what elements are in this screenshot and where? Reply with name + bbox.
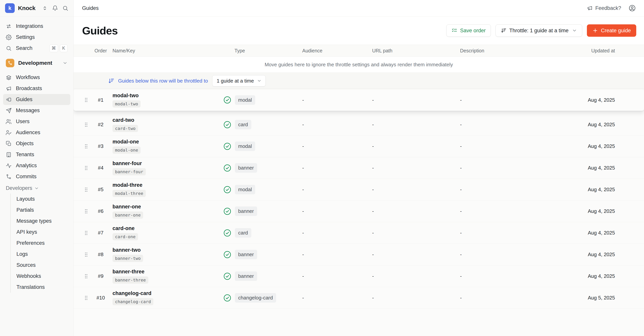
guides-icon (6, 97, 12, 102)
save-order-button[interactable]: Save order (446, 24, 491, 37)
guide-name-link[interactable]: modal-one (112, 139, 139, 145)
sidebar-subitem[interactable]: Logs (11, 249, 70, 260)
sidebar-subitem[interactable]: Sources (11, 260, 70, 271)
table-row[interactable]: #4 banner-four banner-four banner - - - … (74, 157, 644, 179)
drag-handle-icon[interactable] (84, 122, 89, 128)
chevron-down-icon (62, 60, 68, 66)
guide-order: #10 (93, 295, 108, 301)
sidebar-subitem-label: Message types (16, 218, 52, 224)
status-check-icon (223, 251, 232, 259)
drag-handle-icon[interactable] (84, 187, 89, 192)
guide-audience: - (295, 230, 364, 236)
feedback-button[interactable]: Feedback? (587, 5, 621, 11)
sidebar-item-messages[interactable]: Messages (3, 105, 70, 116)
sidebar-item-users[interactable]: Users (3, 116, 70, 127)
sidebar-item-audiences[interactable]: Audiences (3, 127, 70, 138)
drag-handle-icon[interactable] (84, 230, 89, 236)
guide-name-link[interactable]: banner-four (112, 161, 142, 167)
guide-order: #4 (93, 165, 108, 171)
guide-order: #2 (93, 122, 108, 128)
table-row[interactable]: #8 banner-two banner-two banner - - - Au… (74, 244, 644, 265)
table-row[interactable]: #1 modal-two modal-two modal - - - Aug 4… (74, 89, 644, 111)
sidebar-item-analytics[interactable]: Analytics (3, 160, 70, 171)
account-switcher-icon[interactable] (42, 5, 48, 11)
sidebar-subitem[interactable]: Translations (11, 282, 70, 293)
sidebar-item-integrations[interactable]: Integrations (3, 21, 70, 32)
workflows-icon (6, 75, 12, 80)
guides-table: Order Name/Key Type Audience URL path De… (74, 45, 644, 336)
drag-handle-icon[interactable] (84, 97, 89, 103)
environment-switcher[interactable]: Development (3, 57, 70, 69)
guide-name-link[interactable]: banner-one (112, 204, 141, 210)
guide-type-badge: card (235, 120, 251, 129)
guide-name-link[interactable]: modal-two (112, 93, 139, 99)
notifications-bell-icon[interactable] (52, 5, 58, 11)
guide-name-link[interactable]: banner-three (112, 269, 144, 275)
user-check-icon (6, 130, 12, 136)
sidebar-item-objects[interactable]: Objects (3, 138, 70, 149)
sidebar-item-label: Audiences (16, 130, 40, 136)
guide-order: #9 (93, 273, 108, 279)
sidebar-subitem[interactable]: Layouts (11, 193, 70, 204)
status-check-icon (223, 229, 232, 237)
throttle-button-label: Throttle: 1 guide at a time (509, 28, 568, 34)
guide-name-link[interactable]: changelog-card (112, 290, 152, 296)
sidebar-subitem[interactable]: Preferences (11, 238, 70, 249)
environment-icon (6, 59, 14, 67)
sidebar-item-settings[interactable]: Settings (3, 32, 70, 43)
guide-audience: - (295, 252, 364, 258)
drag-handle-icon[interactable] (84, 273, 89, 279)
drag-handle-icon[interactable] (84, 208, 89, 214)
guide-type-badge: banner (235, 250, 257, 259)
throttle-dropdown-button[interactable]: Throttle: 1 guide at a time (496, 24, 582, 37)
sidebar-item-tenants[interactable]: Tenants (3, 149, 70, 160)
drag-handle-icon[interactable] (84, 165, 89, 171)
table-row[interactable]: #5 modal-three modal-three modal - - - A… (74, 179, 644, 200)
guide-name-link[interactable]: card-one (112, 225, 134, 231)
sidebar-item-guides[interactable]: Guides (3, 94, 70, 105)
table-row[interactable]: #6 banner-one banner-one banner - - - Au… (74, 200, 644, 222)
guide-description: - (451, 165, 562, 171)
guide-name-link[interactable]: card-two (112, 117, 134, 123)
sidebar-item-commits[interactable]: Commits (3, 171, 70, 182)
sidebar-subitem[interactable]: Webhooks (11, 271, 70, 282)
drag-handle-icon[interactable] (84, 295, 89, 301)
guide-name-link[interactable]: modal-three (112, 182, 142, 188)
kbd-k: K (60, 44, 68, 52)
sidebar-section-developers[interactable]: Developers (3, 182, 70, 193)
sidebar-item-search[interactable]: Search ⌘ K (3, 43, 70, 54)
guide-updated-at: Aug 4, 2025 (588, 208, 644, 214)
sidebar-item-broadcasts[interactable]: Broadcasts (3, 83, 70, 94)
sidebar-subitem[interactable]: Message types (11, 216, 70, 227)
unthrottled-dropzone[interactable]: Move guides here to ignore the throttle … (74, 57, 644, 73)
table-row[interactable]: #2 card-two card-two card - - - Aug 4, 2… (74, 114, 644, 136)
guide-type-badge: card (235, 228, 251, 238)
table-row[interactable]: #9 banner-three banner-three banner - - … (74, 265, 644, 287)
sidebar-item-label: Commits (16, 173, 36, 179)
guide-description: - (451, 230, 562, 236)
guide-key-badge: modal-three (112, 190, 146, 197)
create-guide-button[interactable]: Create guide (587, 24, 636, 37)
guide-updated-at: Aug 4, 2025 (588, 230, 644, 236)
gear-icon (6, 34, 12, 40)
drag-handle-icon[interactable] (84, 252, 89, 258)
guide-url-path: - (364, 122, 451, 128)
search-icon[interactable] (62, 5, 68, 11)
search-icon (6, 45, 12, 51)
building-icon (6, 152, 12, 158)
throttle-inline-dropdown[interactable]: 1 guide at a time (212, 75, 266, 86)
table-row[interactable]: #10 changelog-card changelog-card change… (74, 287, 644, 309)
sidebar-item-label: Settings (16, 34, 35, 40)
create-guide-label: Create guide (601, 28, 631, 34)
guide-name-link[interactable]: banner-two (112, 247, 141, 253)
table-row[interactable]: #3 modal-one modal-one modal - - - Aug 4… (74, 136, 644, 157)
sidebar-subitem[interactable]: Partials (11, 204, 70, 216)
sidebar-subitem[interactable]: API keys (11, 227, 70, 238)
drag-handle-icon[interactable] (84, 144, 89, 149)
table-row[interactable]: #7 card-one card-one card - - - Aug 4, 2… (74, 222, 644, 244)
user-avatar-icon[interactable] (628, 4, 636, 12)
sidebar-item-workflows[interactable]: Workflows (3, 72, 70, 83)
plus-icon (592, 28, 598, 33)
column-updated-at: Updated at (591, 48, 644, 54)
column-name-key: Name/Key (108, 48, 222, 54)
